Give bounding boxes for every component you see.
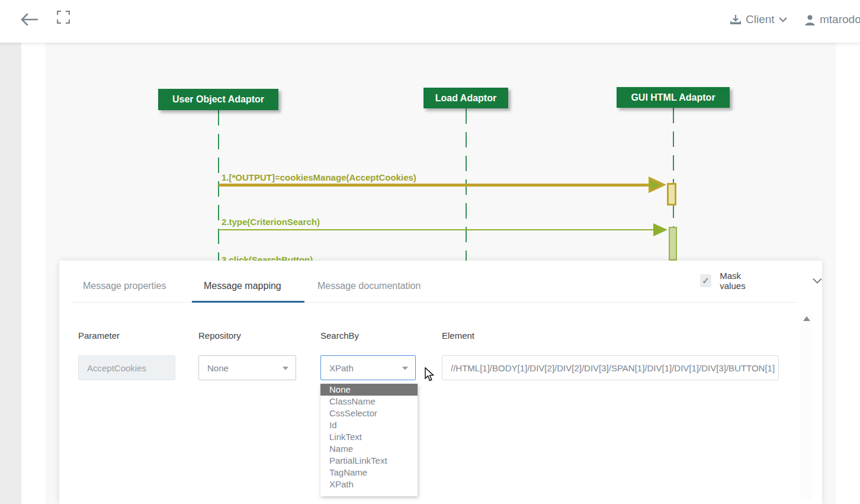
left-gutter-white: [21, 43, 45, 504]
message-detail-panel: Message properties Message mapping Messa…: [59, 261, 822, 504]
dropdown-option-partiallinktext[interactable]: PartialLinkText: [320, 455, 418, 467]
active-tab-underline: [192, 301, 304, 303]
message-1-arrow[interactable]: [219, 184, 655, 187]
user-icon: [804, 14, 816, 25]
searchby-value: XPath: [329, 363, 354, 373]
dropdown-option-none[interactable]: None: [320, 384, 418, 396]
fullscreen-icon[interactable]: [57, 11, 70, 24]
username-label: mtarodo: [820, 13, 860, 26]
actor-gui-html-adaptor[interactable]: GUI HTML Adaptor: [617, 87, 730, 108]
client-label: Client: [746, 13, 775, 26]
parameter-label: Parameter: [78, 330, 120, 341]
collapse-panel-chevron-icon[interactable]: [813, 278, 822, 284]
message-1-label[interactable]: 1.[*OUTPUT]=cookiesManage(AcceptCookies): [222, 172, 416, 182]
dropdown-option-cssselector[interactable]: CssSelector: [320, 407, 418, 419]
download-icon: [730, 14, 742, 25]
top-header: Client mtarodo: [0, 0, 860, 43]
searchby-select[interactable]: XPath: [320, 355, 416, 380]
scroll-up-icon[interactable]: [803, 316, 810, 321]
user-menu[interactable]: mtarodo: [804, 9, 860, 30]
panel-scrollbar[interactable]: [801, 313, 813, 500]
dropdown-option-linktext[interactable]: LinkText: [320, 431, 418, 443]
select-caret-icon: [402, 367, 408, 370]
back-arrow-icon[interactable]: [19, 9, 39, 30]
message-2-label[interactable]: 2.type(CriterionSearch): [222, 217, 320, 227]
element-xpath-input[interactable]: //HTML[1]/BODY[1]/DIV[2]/DIV[2]/DIV[3]/S…: [442, 355, 779, 380]
mask-values-checkbox[interactable]: ✓: [700, 274, 711, 287]
searchby-dropdown-list: None ClassName CssSelector Id LinkText N…: [320, 384, 418, 496]
actor-label: GUI HTML Adaptor: [631, 92, 715, 103]
message-1-arrowhead-inner: [650, 180, 660, 190]
tab-message-documentation[interactable]: Message documentation: [317, 281, 421, 291]
repository-label: Repository: [198, 330, 241, 341]
dropdown-option-xpath[interactable]: XPath: [320, 479, 418, 490]
dropdown-option-name[interactable]: Name: [320, 443, 418, 455]
actor-load-adaptor[interactable]: Load Adaptor: [423, 88, 508, 108]
tab-message-properties[interactable]: Message properties: [83, 281, 166, 291]
parameter-input[interactable]: AcceptCookies: [78, 355, 175, 380]
actor-label: Load Adaptor: [435, 93, 496, 104]
message-2-arrowhead: [653, 223, 668, 236]
element-value: //HTML[1]/BODY[1]/DIV[2]/DIV[2]/DIV[3]/S…: [451, 363, 775, 373]
activation-bar-1: [667, 183, 676, 206]
mask-values-label: Mask values: [720, 271, 763, 291]
tab-divider: [71, 302, 797, 303]
repository-value: None: [207, 363, 229, 373]
activation-bar-2: [669, 227, 677, 261]
dropdown-option-id[interactable]: Id: [320, 419, 418, 431]
select-caret-icon: [283, 367, 288, 370]
repository-select[interactable]: None: [198, 355, 296, 380]
left-gutter: [0, 43, 21, 504]
actor-label: User Object Adaptor: [172, 94, 264, 105]
client-menu[interactable]: Client: [730, 9, 787, 30]
dropdown-option-classname[interactable]: ClassName: [320, 396, 418, 407]
tab-message-mapping[interactable]: Message mapping: [204, 281, 281, 291]
chevron-down-icon: [779, 17, 787, 23]
element-label: Element: [442, 330, 474, 341]
actor-user-object-adaptor[interactable]: User Object Adaptor: [158, 89, 278, 110]
message-2-arrow[interactable]: [219, 229, 657, 230]
searchby-label: SearchBy: [320, 330, 359, 341]
parameter-value: AcceptCookies: [87, 363, 146, 373]
dropdown-option-tagname[interactable]: TagName: [320, 467, 418, 479]
